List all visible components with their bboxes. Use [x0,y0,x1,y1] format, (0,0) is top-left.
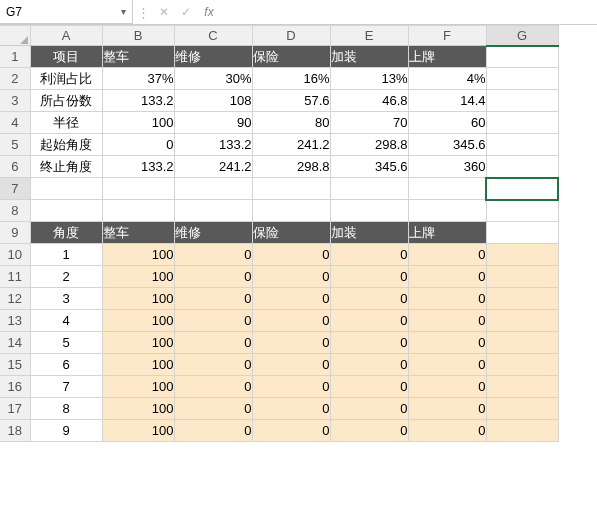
cell-C3[interactable]: 108 [174,90,252,112]
cell-E9[interactable]: 加装 [330,222,408,244]
cell-E5[interactable]: 298.8 [330,134,408,156]
row-header-6[interactable]: 6 [0,156,30,178]
cell-A16[interactable]: 7 [30,376,102,398]
cell-A4[interactable]: 半径 [30,112,102,134]
cell-B3[interactable]: 133.2 [102,90,174,112]
cell-B17[interactable]: 100 [102,398,174,420]
cell-E12[interactable]: 0 [330,288,408,310]
row-header-13[interactable]: 13 [0,310,30,332]
row-header-10[interactable]: 10 [0,244,30,266]
cell-G12[interactable] [486,288,558,310]
cell-F17[interactable]: 0 [408,398,486,420]
cell-A12[interactable]: 3 [30,288,102,310]
cell-D14[interactable]: 0 [252,332,330,354]
cell-F15[interactable]: 0 [408,354,486,376]
cell-C9[interactable]: 维修 [174,222,252,244]
cell-G5[interactable] [486,134,558,156]
name-box-dropdown-icon[interactable]: ▾ [121,6,126,17]
cell-C11[interactable]: 0 [174,266,252,288]
cell-F1[interactable]: 上牌 [408,46,486,68]
cell-A11[interactable]: 2 [30,266,102,288]
row-header-5[interactable]: 5 [0,134,30,156]
cell-E2[interactable]: 13% [330,68,408,90]
cell-A8[interactable] [30,200,102,222]
cell-F5[interactable]: 345.6 [408,134,486,156]
cell-F12[interactable]: 0 [408,288,486,310]
cell-D7[interactable] [252,178,330,200]
cell-G18[interactable] [486,420,558,442]
select-all-corner[interactable] [0,26,30,46]
cell-D8[interactable] [252,200,330,222]
cell-E1[interactable]: 加装 [330,46,408,68]
cell-F10[interactable]: 0 [408,244,486,266]
cell-C1[interactable]: 维修 [174,46,252,68]
cell-C7[interactable] [174,178,252,200]
row-header-1[interactable]: 1 [0,46,30,68]
row-header-12[interactable]: 12 [0,288,30,310]
cell-F8[interactable] [408,200,486,222]
row-header-15[interactable]: 15 [0,354,30,376]
cell-C2[interactable]: 30% [174,68,252,90]
cell-G15[interactable] [486,354,558,376]
row-header-2[interactable]: 2 [0,68,30,90]
cell-B15[interactable]: 100 [102,354,174,376]
cell-A5[interactable]: 起始角度 [30,134,102,156]
cell-D12[interactable]: 0 [252,288,330,310]
cell-G14[interactable] [486,332,558,354]
row-header-4[interactable]: 4 [0,112,30,134]
cell-G16[interactable] [486,376,558,398]
cell-C18[interactable]: 0 [174,420,252,442]
cell-A9[interactable]: 角度 [30,222,102,244]
cell-F13[interactable]: 0 [408,310,486,332]
cell-F9[interactable]: 上牌 [408,222,486,244]
col-header-E[interactable]: E [330,26,408,46]
cell-F18[interactable]: 0 [408,420,486,442]
cell-G2[interactable] [486,68,558,90]
cell-A13[interactable]: 4 [30,310,102,332]
cell-A17[interactable]: 8 [30,398,102,420]
cell-D18[interactable]: 0 [252,420,330,442]
row-header-17[interactable]: 17 [0,398,30,420]
cell-B9[interactable]: 整车 [102,222,174,244]
cell-D4[interactable]: 80 [252,112,330,134]
cell-F3[interactable]: 14.4 [408,90,486,112]
cell-B6[interactable]: 133.2 [102,156,174,178]
cell-E6[interactable]: 345.6 [330,156,408,178]
cell-D11[interactable]: 0 [252,266,330,288]
cell-A14[interactable]: 5 [30,332,102,354]
cell-B7[interactable] [102,178,174,200]
row-header-16[interactable]: 16 [0,376,30,398]
cell-B18[interactable]: 100 [102,420,174,442]
col-header-B[interactable]: B [102,26,174,46]
row-header-9[interactable]: 9 [0,222,30,244]
cell-E15[interactable]: 0 [330,354,408,376]
cell-G4[interactable] [486,112,558,134]
cell-A15[interactable]: 6 [30,354,102,376]
cell-C13[interactable]: 0 [174,310,252,332]
cell-D6[interactable]: 298.8 [252,156,330,178]
formula-input[interactable] [221,0,597,24]
cell-B2[interactable]: 37% [102,68,174,90]
cell-C10[interactable]: 0 [174,244,252,266]
cell-C17[interactable]: 0 [174,398,252,420]
cell-F14[interactable]: 0 [408,332,486,354]
cell-C5[interactable]: 133.2 [174,134,252,156]
col-header-A[interactable]: A [30,26,102,46]
cell-G1[interactable] [486,46,558,68]
cell-A3[interactable]: 所占份数 [30,90,102,112]
cell-A6[interactable]: 终止角度 [30,156,102,178]
cell-E17[interactable]: 0 [330,398,408,420]
cell-D5[interactable]: 241.2 [252,134,330,156]
cell-E13[interactable]: 0 [330,310,408,332]
cell-F2[interactable]: 4% [408,68,486,90]
cell-G10[interactable] [486,244,558,266]
cell-B16[interactable]: 100 [102,376,174,398]
col-header-F[interactable]: F [408,26,486,46]
cell-D17[interactable]: 0 [252,398,330,420]
col-header-C[interactable]: C [174,26,252,46]
cell-C4[interactable]: 90 [174,112,252,134]
cell-G6[interactable] [486,156,558,178]
cell-C16[interactable]: 0 [174,376,252,398]
row-header-3[interactable]: 3 [0,90,30,112]
cell-B13[interactable]: 100 [102,310,174,332]
